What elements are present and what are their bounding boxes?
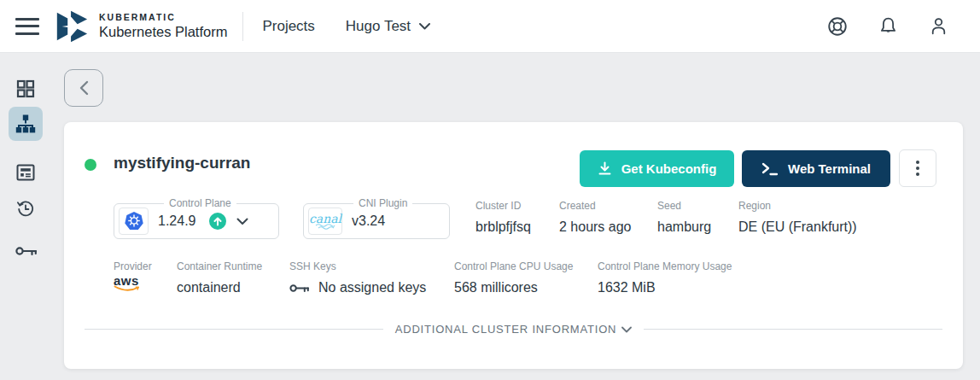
cluster-id-label: Cluster ID	[475, 200, 531, 212]
terminal-icon	[761, 162, 779, 176]
ssh-keys-value: No assigned keys	[318, 280, 426, 295]
region-value: DE (EU (Frankfurt))	[738, 219, 857, 235]
cluster-card: mystifying-curran Get Kubeconfig Web Ter…	[64, 122, 963, 369]
user-icon[interactable]	[927, 15, 949, 38]
key-icon	[289, 283, 310, 294]
cluster-id-value: brblpfjfsq	[475, 219, 531, 235]
cpu-usage-value: 568 millicores	[454, 280, 573, 295]
project-selector-value: Hugo Test	[346, 18, 411, 35]
divider-line	[85, 329, 383, 330]
back-chevron-icon	[79, 80, 89, 96]
cni-plugin-version: v3.24	[352, 213, 385, 229]
cpu-usage-field: Control Plane CPU Usage 568 millicores	[454, 260, 573, 295]
download-icon	[598, 161, 612, 176]
status-dot	[85, 159, 96, 171]
memory-usage-label: Control Plane Memory Usage	[598, 260, 732, 272]
additional-cluster-information-toggle[interactable]: ADDITIONAL CLUSTER INFORMATION	[85, 323, 942, 336]
cluster-tree-icon	[15, 114, 36, 134]
memory-usage-field: Control Plane Memory Usage 1632 MiB	[598, 260, 732, 295]
seed-label: Seed	[657, 200, 711, 212]
provider-field: Provider aws	[114, 260, 152, 292]
web-terminal-label: Web Terminal	[788, 161, 871, 176]
created-label: Created	[559, 200, 632, 212]
sidebar-item-news[interactable]	[15, 162, 36, 183]
top-header: KUBERMATIC Kubernetes Platform Projects …	[0, 0, 980, 53]
sidebar-item-clusters[interactable]	[9, 107, 43, 141]
control-plane-version-dropdown[interactable]: Control Plane 1.24.9	[114, 203, 279, 239]
header-actions	[826, 15, 949, 38]
sidebar	[0, 53, 52, 380]
cluster-name: mystifying-curran	[114, 154, 250, 172]
divider-line	[644, 329, 942, 330]
kubermatic-logo[interactable]	[54, 9, 90, 44]
kebab-menu-icon	[916, 161, 919, 164]
key-icon	[15, 245, 36, 257]
cpu-usage-label: Control Plane CPU Usage	[454, 260, 573, 272]
nav-projects[interactable]: Projects	[262, 18, 314, 35]
chevron-down-icon	[621, 326, 632, 333]
sidebar-item-ssh-keys[interactable]	[15, 245, 36, 266]
additional-info-label: ADDITIONAL CLUSTER INFORMATION	[395, 323, 616, 336]
menu-icon[interactable]	[15, 18, 39, 35]
chevron-down-icon[interactable]	[236, 218, 248, 225]
upgrade-arrow-icon[interactable]	[209, 213, 226, 230]
created-value: 2 hours ago	[559, 219, 632, 235]
ssh-keys-field: SSH Keys No assigned keys	[289, 260, 426, 295]
canal-logo: canal	[308, 208, 342, 235]
provider-value: aws	[114, 277, 152, 285]
created-field: Created 2 hours ago	[559, 200, 632, 235]
memory-usage-value: 1632 MiB	[598, 280, 732, 295]
container-runtime-field: Container Runtime containerd	[177, 260, 262, 295]
region-field: Region DE (EU (Frankfurt))	[738, 200, 857, 235]
back-button[interactable]	[64, 69, 103, 107]
kubernetes-icon	[119, 208, 149, 235]
brand-text: KUBERMATIC Kubernetes Platform	[99, 12, 227, 41]
aws-logo: aws	[114, 277, 152, 292]
get-kubeconfig-label: Get Kubeconfig	[621, 161, 717, 176]
ssh-keys-label: SSH Keys	[289, 260, 426, 272]
brand-line2: Kubernetes Platform	[99, 23, 227, 41]
container-runtime-label: Container Runtime	[177, 260, 262, 272]
cluster-actions-menu-button[interactable]	[899, 149, 936, 187]
project-selector[interactable]: Hugo Test	[346, 18, 430, 35]
form-icon	[15, 162, 36, 183]
header-divider	[242, 12, 243, 41]
cni-plugin-box: CNI Plugin canal v3.24	[303, 203, 450, 239]
canal-logo-text: canal	[309, 213, 341, 224]
control-plane-label: Control Plane	[164, 197, 236, 209]
seed-value: hamburg	[657, 219, 711, 235]
get-kubeconfig-button[interactable]: Get Kubeconfig	[580, 150, 734, 187]
sidebar-item-history[interactable]	[15, 198, 36, 219]
bell-icon[interactable]	[877, 15, 899, 38]
help-icon[interactable]	[826, 15, 849, 38]
grid-icon	[15, 79, 36, 99]
web-terminal-button[interactable]: Web Terminal	[742, 150, 890, 187]
cluster-id-field: Cluster ID brblpfjfsq	[475, 200, 531, 235]
brand-line1: KUBERMATIC	[99, 12, 227, 23]
container-runtime-value: containerd	[177, 280, 262, 295]
chevron-down-icon	[419, 23, 430, 30]
sidebar-item-dashboard[interactable]	[15, 79, 36, 99]
cni-plugin-label: CNI Plugin	[353, 197, 412, 209]
history-icon	[15, 198, 36, 219]
provider-label: Provider	[114, 260, 152, 272]
seed-field: Seed hamburg	[657, 200, 711, 235]
control-plane-version: 1.24.9	[158, 213, 195, 229]
region-label: Region	[738, 200, 857, 212]
